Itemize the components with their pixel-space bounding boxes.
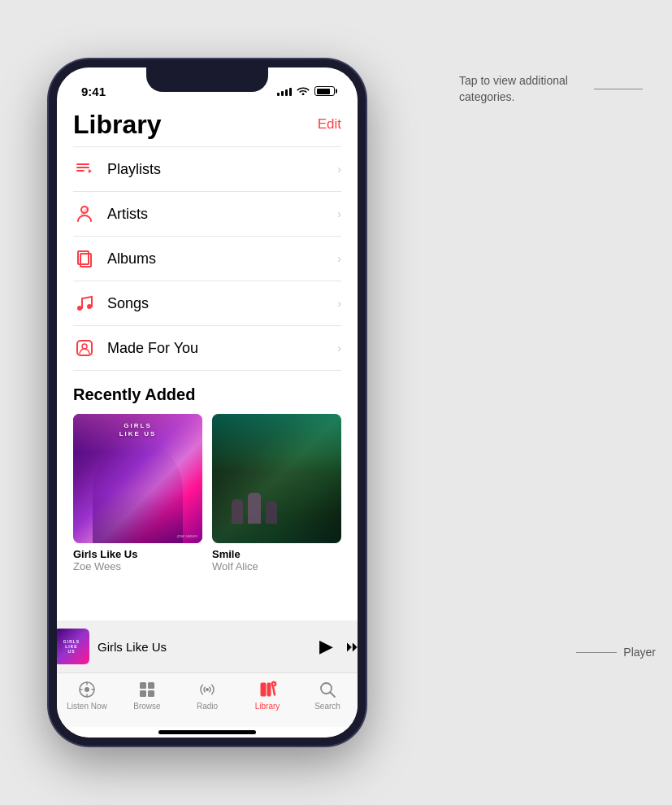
home-indicator xyxy=(158,730,256,734)
library-header: Library Edit xyxy=(73,103,341,143)
svg-rect-13 xyxy=(261,683,266,696)
callout-edit-text: Tap to view additional categories. xyxy=(459,73,589,105)
library-item-songs[interactable]: Songs › xyxy=(73,281,341,326)
svg-point-4 xyxy=(87,304,92,309)
svg-rect-10 xyxy=(148,682,154,689)
album-title-girls-like-us: Girls Like Us xyxy=(73,548,202,560)
library-icon xyxy=(258,680,277,699)
listen-now-icon xyxy=(77,680,97,699)
mini-player-art: GIRLSLIKEUS xyxy=(57,629,89,664)
callout-player-text: Player xyxy=(623,646,656,659)
tab-bar: Listen Now Browse xyxy=(57,672,358,727)
mini-player-title: Girls Like Us xyxy=(98,640,311,654)
made-for-you-icon xyxy=(73,337,96,359)
svg-rect-12 xyxy=(148,690,154,697)
svg-rect-11 xyxy=(140,690,146,697)
playlists-label: Playlists xyxy=(107,161,337,178)
page-title: Library xyxy=(73,110,161,140)
library-item-made-for-you[interactable]: Made For You › xyxy=(73,326,341,371)
made-for-you-label: Made For You xyxy=(107,340,337,357)
tab-search-label: Search xyxy=(314,702,340,711)
screen: 9:41 xyxy=(57,67,358,738)
edit-button[interactable]: Edit xyxy=(318,110,341,133)
album-grid: GIRLSLIKE US zoe wees Girls Like Us Zoe … xyxy=(73,414,341,572)
library-item-playlists[interactable]: Playlists › xyxy=(73,146,341,192)
album-artist-smile: Wolf Alice xyxy=(212,560,341,572)
album-art-smile xyxy=(212,414,341,543)
radio-icon xyxy=(197,680,217,699)
albums-label: Albums xyxy=(107,250,337,268)
tab-radio-label: Radio xyxy=(197,702,218,711)
status-time: 9:41 xyxy=(81,85,106,98)
album-icon xyxy=(73,247,96,270)
album-art-girls-like-us: GIRLSLIKE US zoe wees xyxy=(73,414,202,543)
tab-browse[interactable]: Browse xyxy=(123,680,171,711)
signal-icon xyxy=(277,86,292,96)
svg-point-8 xyxy=(85,687,89,692)
recently-added-section: Recently Added xyxy=(73,371,341,572)
album-item-girls-like-us[interactable]: GIRLSLIKE US zoe wees Girls Like Us Zoe … xyxy=(73,414,202,572)
tab-library-label: Library xyxy=(255,702,280,711)
svg-rect-14 xyxy=(267,683,271,696)
albums-chevron: › xyxy=(337,252,341,265)
mini-play-button[interactable]: ▶ xyxy=(319,636,333,657)
status-icons xyxy=(277,85,335,98)
library-item-artists[interactable]: Artists › xyxy=(73,192,341,237)
mini-player-controls: ▶ ⏭ xyxy=(319,636,358,657)
songs-label: Songs xyxy=(107,295,337,312)
tab-radio[interactable]: Radio xyxy=(183,680,232,711)
phone-frame: 9:41 xyxy=(49,59,366,746)
tab-search[interactable]: Search xyxy=(303,680,352,711)
tab-library[interactable]: Library xyxy=(243,680,292,711)
svg-point-3 xyxy=(77,306,82,311)
battery-icon xyxy=(314,86,335,96)
song-icon xyxy=(73,292,96,315)
mini-player[interactable]: GIRLSLIKEUS Girls Like Us ▶ ⏭ xyxy=(57,620,358,672)
mini-forward-button[interactable]: ⏭ xyxy=(346,638,358,655)
recently-added-title: Recently Added xyxy=(73,385,341,404)
library-item-albums[interactable]: Albums › xyxy=(73,237,341,281)
playlist-icon xyxy=(73,158,96,181)
artist-icon xyxy=(73,202,96,225)
mini-player-info: Girls Like Us xyxy=(98,640,311,654)
wifi-icon xyxy=(297,85,310,98)
svg-rect-9 xyxy=(140,682,146,689)
artists-label: Artists xyxy=(107,206,337,223)
svg-point-6 xyxy=(82,344,87,349)
tab-listen-now-label: Listen Now xyxy=(67,702,106,711)
playlists-chevron: › xyxy=(337,163,341,176)
artists-chevron: › xyxy=(337,207,341,220)
main-content: Library Edit Playlists › xyxy=(57,103,358,620)
made-for-you-chevron: › xyxy=(337,342,341,355)
album-item-smile[interactable]: Smile Wolf Alice xyxy=(212,414,341,572)
notch xyxy=(146,67,268,92)
tab-browse-label: Browse xyxy=(133,702,160,711)
browse-icon xyxy=(137,680,157,699)
album-title-smile: Smile xyxy=(212,548,341,560)
album-artist-girls-like-us: Zoe Wees xyxy=(73,560,202,572)
songs-chevron: › xyxy=(337,297,341,310)
search-icon xyxy=(318,680,337,699)
library-list: Playlists › Artists › xyxy=(73,146,341,371)
tab-listen-now[interactable]: Listen Now xyxy=(63,680,111,711)
